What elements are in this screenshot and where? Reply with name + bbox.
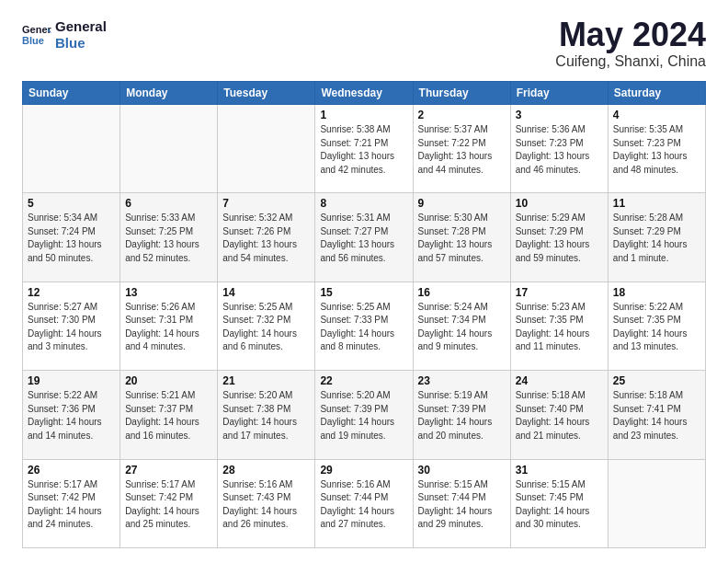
day-number: 1 xyxy=(320,109,407,121)
day-info: Sunrise: 5:34 AM Sunset: 7:24 PM Dayligh… xyxy=(28,212,115,265)
day-info: Sunrise: 5:16 AM Sunset: 7:44 PM Dayligh… xyxy=(320,478,407,532)
day-info: Sunrise: 5:17 AM Sunset: 7:42 PM Dayligh… xyxy=(125,478,212,532)
header: General Blue General Blue May 2024 Cuife… xyxy=(22,18,706,70)
calendar-cell: 17Sunrise: 5:23 AM Sunset: 7:35 PM Dayli… xyxy=(510,282,608,370)
day-info: Sunrise: 5:38 AM Sunset: 7:21 PM Dayligh… xyxy=(320,123,407,177)
calendar-cell: 28Sunrise: 5:16 AM Sunset: 7:43 PM Dayli… xyxy=(218,459,315,547)
calendar-cell: 27Sunrise: 5:17 AM Sunset: 7:42 PM Dayli… xyxy=(120,459,218,547)
day-info: Sunrise: 5:25 AM Sunset: 7:33 PM Dayligh… xyxy=(320,301,407,354)
day-number: 11 xyxy=(613,197,700,210)
calendar-cell: 23Sunrise: 5:19 AM Sunset: 7:39 PM Dayli… xyxy=(413,371,510,459)
day-number: 3 xyxy=(516,109,603,121)
calendar-cell: 13Sunrise: 5:26 AM Sunset: 7:31 PM Dayli… xyxy=(120,282,218,370)
calendar-cell: 14Sunrise: 5:25 AM Sunset: 7:32 PM Dayli… xyxy=(218,282,315,370)
calendar-table: SundayMondayTuesdayWednesdayThursdayFrid… xyxy=(22,81,706,548)
day-info: Sunrise: 5:23 AM Sunset: 7:35 PM Dayligh… xyxy=(516,301,603,354)
day-number: 6 xyxy=(125,197,212,210)
day-number: 8 xyxy=(320,197,407,210)
day-info: Sunrise: 5:20 AM Sunset: 7:39 PM Dayligh… xyxy=(320,389,407,442)
calendar-cell: 8Sunrise: 5:31 AM Sunset: 7:27 PM Daylig… xyxy=(315,193,413,282)
title-block: May 2024 Cuifeng, Shanxi, China xyxy=(555,18,706,70)
day-info: Sunrise: 5:28 AM Sunset: 7:29 PM Dayligh… xyxy=(613,212,700,265)
day-info: Sunrise: 5:15 AM Sunset: 7:44 PM Dayligh… xyxy=(418,478,506,532)
day-number: 16 xyxy=(418,286,506,299)
calendar-cell: 4Sunrise: 5:35 AM Sunset: 7:23 PM Daylig… xyxy=(608,105,705,193)
day-info: Sunrise: 5:26 AM Sunset: 7:31 PM Dayligh… xyxy=(125,301,212,354)
svg-text:Blue: Blue xyxy=(22,35,44,46)
day-info: Sunrise: 5:30 AM Sunset: 7:28 PM Dayligh… xyxy=(418,212,506,265)
day-info: Sunrise: 5:25 AM Sunset: 7:32 PM Dayligh… xyxy=(222,301,310,354)
calendar-cell xyxy=(120,105,218,193)
day-info: Sunrise: 5:29 AM Sunset: 7:29 PM Dayligh… xyxy=(516,212,603,265)
logo: General Blue General Blue xyxy=(22,18,107,52)
calendar-cell: 30Sunrise: 5:15 AM Sunset: 7:44 PM Dayli… xyxy=(413,459,510,547)
day-number: 26 xyxy=(28,464,115,477)
day-info: Sunrise: 5:19 AM Sunset: 7:39 PM Dayligh… xyxy=(418,389,506,442)
calendar-cell: 2Sunrise: 5:37 AM Sunset: 7:22 PM Daylig… xyxy=(413,105,510,193)
month-title: May 2024 xyxy=(555,18,706,52)
calendar-cell: 9Sunrise: 5:30 AM Sunset: 7:28 PM Daylig… xyxy=(413,193,510,282)
day-number: 30 xyxy=(418,464,506,477)
calendar-cell: 6Sunrise: 5:33 AM Sunset: 7:25 PM Daylig… xyxy=(120,193,218,282)
calendar-cell xyxy=(218,105,315,193)
day-number: 22 xyxy=(320,374,407,387)
day-number: 5 xyxy=(28,197,115,210)
day-number: 17 xyxy=(516,286,603,299)
day-number: 21 xyxy=(222,374,310,387)
day-info: Sunrise: 5:36 AM Sunset: 7:23 PM Dayligh… xyxy=(516,123,603,177)
day-number: 25 xyxy=(613,374,700,387)
calendar-cell: 25Sunrise: 5:18 AM Sunset: 7:41 PM Dayli… xyxy=(608,371,705,459)
day-number: 7 xyxy=(222,197,310,210)
day-number: 20 xyxy=(125,374,212,387)
calendar-cell: 19Sunrise: 5:22 AM Sunset: 7:36 PM Dayli… xyxy=(23,371,120,459)
day-info: Sunrise: 5:35 AM Sunset: 7:23 PM Dayligh… xyxy=(613,123,700,177)
calendar-cell: 3Sunrise: 5:36 AM Sunset: 7:23 PM Daylig… xyxy=(510,105,608,193)
day-info: Sunrise: 5:24 AM Sunset: 7:34 PM Dayligh… xyxy=(418,301,506,354)
location-title: Cuifeng, Shanxi, China xyxy=(555,53,706,70)
day-info: Sunrise: 5:18 AM Sunset: 7:41 PM Dayligh… xyxy=(613,389,700,442)
calendar-cell: 29Sunrise: 5:16 AM Sunset: 7:44 PM Dayli… xyxy=(315,459,413,547)
svg-text:General: General xyxy=(22,24,51,35)
day-info: Sunrise: 5:27 AM Sunset: 7:30 PM Dayligh… xyxy=(28,301,115,354)
day-number: 24 xyxy=(516,374,603,387)
page: General Blue General Blue May 2024 Cuife… xyxy=(0,0,728,563)
calendar-cell: 20Sunrise: 5:21 AM Sunset: 7:37 PM Dayli… xyxy=(120,371,218,459)
day-number: 29 xyxy=(320,464,407,477)
calendar-cell: 11Sunrise: 5:28 AM Sunset: 7:29 PM Dayli… xyxy=(608,193,705,282)
day-number: 14 xyxy=(222,286,310,299)
calendar-cell: 12Sunrise: 5:27 AM Sunset: 7:30 PM Dayli… xyxy=(23,282,120,370)
calendar-cell: 22Sunrise: 5:20 AM Sunset: 7:39 PM Dayli… xyxy=(315,371,413,459)
calendar-cell: 10Sunrise: 5:29 AM Sunset: 7:29 PM Dayli… xyxy=(510,193,608,282)
weekday-header-friday: Friday xyxy=(510,82,608,105)
day-info: Sunrise: 5:33 AM Sunset: 7:25 PM Dayligh… xyxy=(125,212,212,265)
logo-general: General xyxy=(55,18,107,35)
weekday-header-sunday: Sunday xyxy=(23,82,120,105)
calendar-cell: 16Sunrise: 5:24 AM Sunset: 7:34 PM Dayli… xyxy=(413,282,510,370)
day-info: Sunrise: 5:18 AM Sunset: 7:40 PM Dayligh… xyxy=(516,389,603,442)
weekday-header-thursday: Thursday xyxy=(413,82,510,105)
day-number: 23 xyxy=(418,374,506,387)
calendar-cell: 21Sunrise: 5:20 AM Sunset: 7:38 PM Dayli… xyxy=(218,371,315,459)
calendar-cell: 5Sunrise: 5:34 AM Sunset: 7:24 PM Daylig… xyxy=(23,193,120,282)
day-number: 31 xyxy=(516,464,603,477)
day-number: 28 xyxy=(222,464,310,477)
day-number: 15 xyxy=(320,286,407,299)
day-info: Sunrise: 5:16 AM Sunset: 7:43 PM Dayligh… xyxy=(222,478,310,532)
day-info: Sunrise: 5:22 AM Sunset: 7:36 PM Dayligh… xyxy=(28,389,115,442)
weekday-header-wednesday: Wednesday xyxy=(315,82,413,105)
day-info: Sunrise: 5:32 AM Sunset: 7:26 PM Dayligh… xyxy=(222,212,310,265)
day-info: Sunrise: 5:20 AM Sunset: 7:38 PM Dayligh… xyxy=(222,389,310,442)
day-info: Sunrise: 5:22 AM Sunset: 7:35 PM Dayligh… xyxy=(613,301,700,354)
calendar-cell: 18Sunrise: 5:22 AM Sunset: 7:35 PM Dayli… xyxy=(608,282,705,370)
day-info: Sunrise: 5:31 AM Sunset: 7:27 PM Dayligh… xyxy=(320,212,407,265)
calendar-cell: 1Sunrise: 5:38 AM Sunset: 7:21 PM Daylig… xyxy=(315,105,413,193)
calendar-cell: 24Sunrise: 5:18 AM Sunset: 7:40 PM Dayli… xyxy=(510,371,608,459)
calendar-cell: 15Sunrise: 5:25 AM Sunset: 7:33 PM Dayli… xyxy=(315,282,413,370)
weekday-header-saturday: Saturday xyxy=(608,82,705,105)
day-number: 13 xyxy=(125,286,212,299)
day-number: 2 xyxy=(418,109,506,121)
day-number: 19 xyxy=(28,374,115,387)
day-number: 9 xyxy=(418,197,506,210)
weekday-header-tuesday: Tuesday xyxy=(218,82,315,105)
day-number: 18 xyxy=(613,286,700,299)
